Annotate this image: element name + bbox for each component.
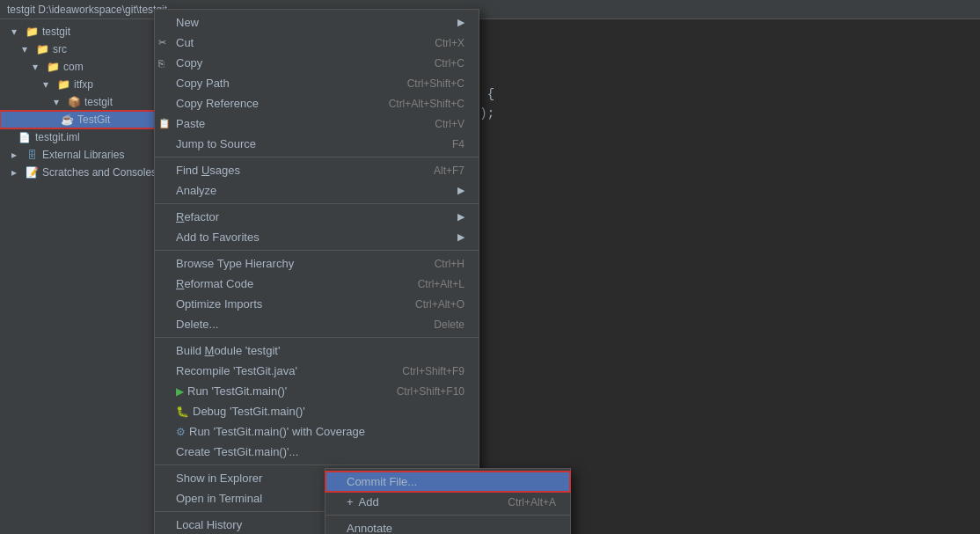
shortcut-label: Ctrl+Alt+Shift+C: [389, 98, 464, 110]
menu-item-find-usages[interactable]: Find Usages Alt+F7: [155, 160, 479, 180]
menu-item-build-module[interactable]: Build Module 'testgit': [155, 340, 479, 361]
run-icon: ▶: [176, 385, 184, 398]
menu-section-3: Refactor ▶ Add to Favorites ▶: [155, 204, 479, 251]
submenu-section-2: Annotate Show Current Revision ✦ Compare…: [325, 516, 570, 534]
menu-item-reformat[interactable]: Reformat Code Ctrl+Alt+L: [155, 274, 479, 294]
cut-icon: ✂: [158, 37, 166, 48]
menu-item-create[interactable]: Create 'TestGit.main()'...: [155, 442, 479, 462]
menu-item-analyze[interactable]: Analyze ▶: [155, 180, 479, 201]
menu-section-1: New ▶ ✂ Cut Ctrl+X ⎘ Copy Ctrl+C Copy Pa…: [155, 10, 479, 157]
shortcut-label: Ctrl+Shift+C: [407, 77, 464, 90]
arrow-right-icon: ▸: [7, 165, 21, 179]
menu-label: Debug 'TestGit.main()': [193, 405, 305, 418]
submenu-label: Add: [359, 495, 379, 508]
menu-label: Add to Favorites: [176, 230, 260, 244]
menu-label: Reformat Code: [176, 277, 253, 290]
menu-item-add-favorites[interactable]: Add to Favorites ▶: [155, 227, 479, 247]
shortcut-label: Ctrl+C: [435, 57, 464, 69]
folder-icon: 📁: [35, 42, 49, 56]
sidebar-label: TestGit: [77, 113, 110, 126]
arrow-down-icon: ▾: [18, 42, 32, 56]
menu-section-4: Browse Type Hierarchy Ctrl+H Reformat Co…: [155, 251, 479, 338]
sidebar-label: src: [53, 43, 67, 55]
submenu-label: Annotate: [347, 522, 392, 534]
menu-label: Build Module 'testgit': [176, 344, 280, 357]
shortcut-label: Ctrl+H: [435, 258, 464, 270]
menu-label: Jump to Source: [176, 137, 256, 150]
shortcut-label: F4: [452, 138, 464, 150]
submenu-item-annotate[interactable]: Annotate: [325, 518, 570, 534]
submenu-arrow-icon: ▶: [457, 185, 464, 196]
menu-label: Find Usages: [176, 164, 240, 177]
menu-item-run[interactable]: ▶ Run 'TestGit.main()' Ctrl+Shift+F10: [155, 381, 479, 401]
menu-item-delete[interactable]: Delete... Delete: [155, 314, 479, 334]
folder-icon: 📁: [25, 25, 39, 39]
sidebar-label: itfxp: [74, 78, 93, 91]
menu-label: Delete...: [176, 318, 218, 331]
sidebar-label: External Libraries: [42, 149, 124, 161]
submenu-item-add[interactable]: + Add Ctrl+Alt+A: [325, 492, 570, 512]
menu-item-jump-to-source[interactable]: Jump to Source F4: [155, 134, 479, 154]
shortcut-label: Ctrl+X: [435, 37, 464, 49]
menu-item-copy-reference[interactable]: Copy Reference Ctrl+Alt+Shift+C: [155, 93, 479, 113]
menu-item-refactor[interactable]: Refactor ▶: [155, 207, 479, 227]
menu-section-2: Find Usages Alt+F7 Analyze ▶: [155, 157, 479, 204]
shortcut-label: Delete: [434, 318, 464, 331]
menu-item-copy-path[interactable]: Copy Path Ctrl+Shift+C: [155, 73, 479, 93]
menu-label: New: [176, 16, 199, 29]
submenu-arrow-icon: ▶: [457, 17, 464, 28]
menu-item-recompile[interactable]: Recompile 'TestGit.java' Ctrl+Shift+F9: [155, 361, 479, 381]
shortcut-label: Ctrl+Alt+L: [418, 278, 464, 290]
menu-label: Local History: [176, 518, 242, 531]
context-menu: New ▶ ✂ Cut Ctrl+X ⎘ Copy Ctrl+C Copy Pa…: [154, 9, 479, 534]
menu-label: Analyze: [176, 184, 216, 197]
copy-icon: ⎘: [158, 58, 165, 69]
sidebar-label: testgit: [42, 26, 70, 38]
titlebar-text: testgit D:\ideaworkspace\git\testgit: [7, 4, 167, 16]
arrow-right-icon: ▸: [7, 148, 21, 162]
menu-item-coverage[interactable]: ⚙ Run 'TestGit.main()' with Coverage: [155, 421, 479, 442]
menu-label: Show in Explorer: [176, 472, 262, 485]
menu-item-cut[interactable]: ✂ Cut Ctrl+X: [155, 33, 479, 53]
shortcut-label: Ctrl+V: [435, 118, 464, 130]
titlebar: testgit D:\ideaworkspace\git\testgit: [0, 0, 980, 19]
submenu-section-1: Commit File... + Add Ctrl+Alt+A: [325, 469, 570, 516]
menu-item-new[interactable]: New ▶: [155, 12, 479, 33]
xml-file-icon: 📄: [18, 130, 32, 144]
shortcut-label: Ctrl+Alt+A: [508, 496, 556, 508]
sidebar-label: testgit: [84, 96, 113, 108]
sidebar-label: Scratches and Consoles: [42, 166, 157, 179]
menu-label: Copy Reference: [176, 97, 259, 110]
folder-icon: 📁: [46, 60, 60, 74]
plus-icon: +: [347, 495, 354, 508]
menu-section-5: Build Module 'testgit' Recompile 'TestGi…: [155, 338, 479, 465]
shortcut-label: Ctrl+Alt+O: [415, 298, 464, 311]
java-file-icon: ☕: [60, 113, 74, 127]
menu-label: Run 'TestGit.main()' with Coverage: [189, 425, 365, 438]
shortcut-label: Ctrl+Shift+F10: [397, 385, 464, 398]
menu-label: Browse Type Hierarchy: [176, 257, 294, 270]
menu-label: Cut: [176, 36, 194, 49]
scratches-icon: 📝: [25, 165, 39, 179]
menu-label: Refactor: [176, 210, 219, 223]
coverage-icon: ⚙: [176, 426, 186, 438]
debug-icon: 🐛: [176, 406, 189, 418]
submenu-arrow-icon: ▶: [457, 231, 464, 243]
menu-item-browse-hierarchy[interactable]: Browse Type Hierarchy Ctrl+H: [155, 253, 479, 274]
menu-item-copy[interactable]: ⎘ Copy Ctrl+C: [155, 53, 479, 73]
menu-item-debug[interactable]: 🐛 Debug 'TestGit.main()': [155, 401, 479, 421]
menu-label: Optimize Imports: [176, 297, 262, 311]
submenu-item-commit-file[interactable]: Commit File...: [325, 472, 570, 492]
menu-label: Run 'TestGit.main()': [187, 384, 287, 398]
menu-item-paste[interactable]: 📋 Paste Ctrl+V: [155, 113, 479, 134]
shortcut-label: Alt+F7: [434, 165, 464, 177]
menu-label: Recompile 'TestGit.java': [176, 364, 297, 377]
menu-item-optimize-imports[interactable]: Optimize Imports Ctrl+Alt+O: [155, 294, 479, 314]
submenu-label: Commit File...: [347, 475, 417, 488]
menu-label: Open in Terminal: [176, 492, 262, 505]
menu-label: Create 'TestGit.main()'...: [176, 445, 298, 458]
submenu-arrow-icon: ▶: [457, 211, 464, 223]
arrow-down-icon: ▾: [28, 60, 42, 74]
menu-label: Paste: [176, 117, 205, 130]
arrow-down-icon: ▾: [49, 95, 63, 109]
